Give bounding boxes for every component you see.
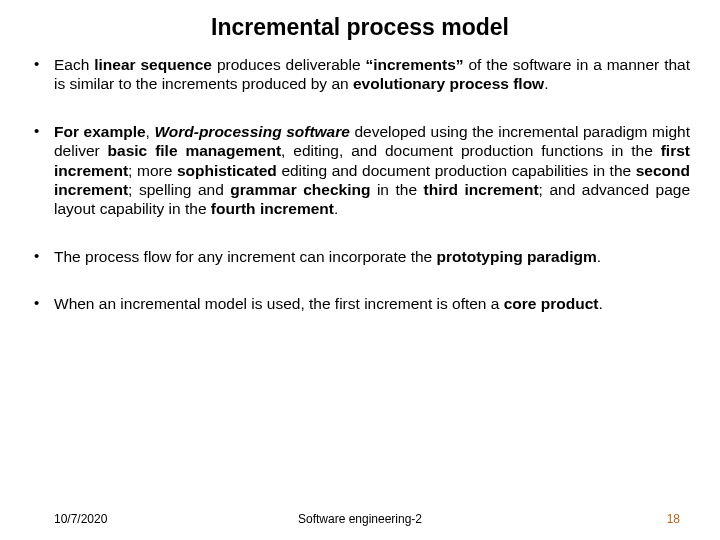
bold-text: core product [504,295,599,312]
footer-page-number: 18 [667,512,680,526]
text: When an incremental model is used, the f… [54,295,504,312]
bold-text: linear sequence [94,56,212,73]
text: . [544,75,548,92]
text: The process flow for any increment can i… [54,248,437,265]
bullet-list: Each linear sequence produces deliverabl… [30,55,690,313]
bold-text: prototyping paradigm [437,248,597,265]
slide-title: Incremental process model [30,14,690,41]
text: editing and document production capabili… [277,162,636,179]
bold-text: “increments” [365,56,463,73]
bullet-item: When an incremental model is used, the f… [30,294,690,313]
bold-text: For example [54,123,146,140]
bold-text: grammar checking [230,181,370,198]
text: Each [54,56,94,73]
text: ; more [128,162,177,179]
bullet-item: For example, Word-processing software de… [30,122,690,219]
footer-date: 10/7/2020 [54,512,107,526]
text: . [334,200,338,217]
text: produces deliverable [212,56,365,73]
slide-footer: 10/7/2020 Software engineering-2 18 [0,512,720,526]
footer-course: Software engineering-2 [298,512,422,526]
bold-italic-text: Word-processing software [154,123,349,140]
text: ; spelling and [128,181,230,198]
text: . [597,248,601,265]
bold-text: evolutionary process flow [353,75,544,92]
bold-text: third increment [424,181,539,198]
text: in the [370,181,423,198]
text: , editing, and document production funct… [281,142,661,159]
slide: Incremental process model Each linear se… [0,0,720,540]
bullet-item: Each linear sequence produces deliverabl… [30,55,690,94]
bold-text: sophisticated [177,162,277,179]
text: . [598,295,602,312]
bold-text: basic file management [108,142,281,159]
bullet-item: The process flow for any increment can i… [30,247,690,266]
bold-text: fourth increment [211,200,334,217]
